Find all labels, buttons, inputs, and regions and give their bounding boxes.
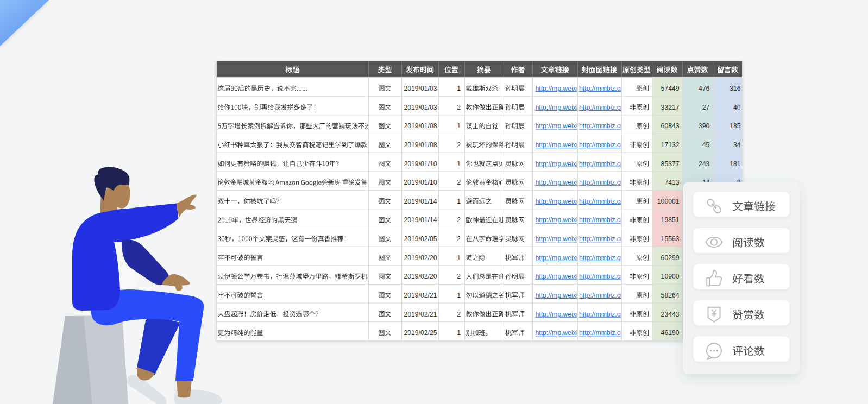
svg-text:2019/02/21: 2019/02/21 <box>404 311 437 318</box>
svg-text:2019/01/08: 2019/01/08 <box>404 141 437 149</box>
svg-text:390: 390 <box>699 122 710 130</box>
svg-text:2019/02/25: 2019/02/25 <box>404 329 437 337</box>
svg-text:15563: 15563 <box>661 235 680 243</box>
svg-text:46190: 46190 <box>661 329 680 337</box>
svg-text:476: 476 <box>699 85 710 92</box>
svg-text:100001: 100001 <box>657 198 680 205</box>
svg-text:1: 1 <box>457 198 461 205</box>
svg-text:2019/01/14: 2019/01/14 <box>404 198 437 205</box>
svg-text:2019/02/05: 2019/02/05 <box>404 235 437 243</box>
svg-text:60299: 60299 <box>661 254 680 262</box>
svg-text:2: 2 <box>457 104 461 111</box>
svg-text:34: 34 <box>733 141 741 149</box>
svg-text:1: 1 <box>457 329 461 337</box>
svg-text:60843: 60843 <box>661 122 680 130</box>
svg-text:181: 181 <box>729 160 741 168</box>
svg-text:185: 185 <box>729 122 741 130</box>
svg-text:2019/01/10: 2019/01/10 <box>404 179 437 186</box>
svg-text:10900: 10900 <box>661 273 680 280</box>
svg-text:2: 2 <box>457 273 461 280</box>
svg-text:2: 2 <box>457 141 461 149</box>
svg-text:2019/02/21: 2019/02/21 <box>404 292 437 299</box>
svg-text:23443: 23443 <box>661 311 680 318</box>
svg-text:7413: 7413 <box>664 179 679 186</box>
svg-text:45: 45 <box>702 141 710 149</box>
svg-text:2: 2 <box>457 216 461 224</box>
svg-text:33217: 33217 <box>661 104 680 111</box>
svg-text:2019/01/03: 2019/01/03 <box>404 85 437 92</box>
svg-text:2019/01/14: 2019/01/14 <box>404 216 437 224</box>
svg-text:2019/02/20: 2019/02/20 <box>404 254 437 262</box>
svg-text:27: 27 <box>702 104 710 111</box>
svg-text:17132: 17132 <box>661 141 680 149</box>
svg-text:1: 1 <box>457 292 461 299</box>
svg-text:1: 1 <box>457 160 461 168</box>
svg-text:58264: 58264 <box>661 292 680 299</box>
svg-text:19851: 19851 <box>661 216 680 224</box>
svg-text:2019/01/03: 2019/01/03 <box>404 104 437 111</box>
svg-text:2: 2 <box>457 311 461 318</box>
svg-text:1: 1 <box>457 254 461 262</box>
svg-text:2: 2 <box>457 179 461 186</box>
svg-text:2019/02/20: 2019/02/20 <box>404 273 437 280</box>
svg-text:57449: 57449 <box>661 85 680 92</box>
svg-text:2: 2 <box>457 235 461 243</box>
svg-text:1: 1 <box>457 85 461 92</box>
svg-text:40: 40 <box>733 104 741 111</box>
svg-text:2019/01/10: 2019/01/10 <box>404 160 437 168</box>
svg-text:2019/01/08: 2019/01/08 <box>404 122 437 130</box>
svg-text:85377: 85377 <box>661 160 680 168</box>
svg-text:316: 316 <box>729 85 741 92</box>
svg-text:1: 1 <box>457 122 461 130</box>
svg-text:243: 243 <box>699 160 710 168</box>
